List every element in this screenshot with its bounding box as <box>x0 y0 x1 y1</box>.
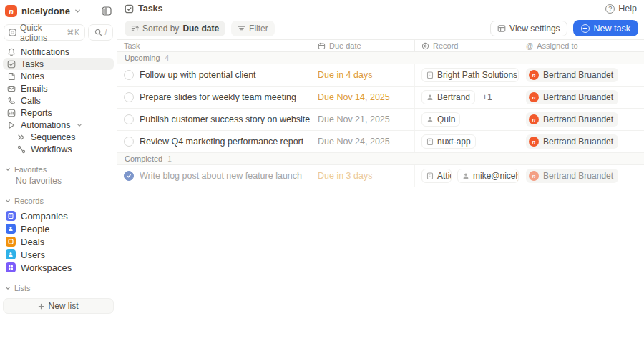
task-title[interactable]: Write blog post about new feature launch <box>140 171 302 181</box>
lists-section-header[interactable]: Lists <box>3 283 114 293</box>
help-button[interactable]: ? Help <box>605 4 637 14</box>
task-checkbox[interactable] <box>124 70 134 80</box>
favorites-section-header[interactable]: Favorites <box>3 164 114 174</box>
task-title[interactable]: Review Q4 marketing performance report <box>140 137 303 147</box>
task-checkbox-checked[interactable] <box>124 171 134 181</box>
table-header: Task Due date Record @ Assigned to <box>117 39 644 52</box>
new-task-label: New task <box>594 24 630 34</box>
filter-icon <box>238 24 245 32</box>
task-title[interactable]: Publish customer success story on websit… <box>140 114 310 124</box>
record-chip[interactable]: Quin <box>421 112 460 127</box>
quick-actions-button[interactable]: Quick actions ⌘K <box>4 24 85 41</box>
command-palette-icon <box>9 29 16 36</box>
sidebar-item-companies[interactable]: Companies <box>3 209 114 222</box>
record-chip[interactable]: mike@nicelydo... <box>457 169 519 183</box>
new-task-button[interactable]: New task <box>573 20 638 36</box>
due-date[interactable]: Due Nov 21, 2025 <box>318 114 390 124</box>
sidebar-item-automations[interactable]: Automations <box>3 119 114 131</box>
assignee-name: Bertrand Bruandet <box>543 171 613 181</box>
records-section-header[interactable]: Records <box>3 196 114 206</box>
task-title[interactable]: Follow up with potential client <box>140 70 256 80</box>
sidebar-item-label: Deals <box>21 237 44 247</box>
search-icon <box>94 29 102 36</box>
due-date[interactable]: Due Nov 24, 2025 <box>318 137 390 147</box>
sidebar-item-workspaces[interactable]: Workspaces <box>3 261 114 274</box>
workspaces-icon <box>6 262 16 272</box>
table-row[interactable]: Follow up with potential client Due in 4… <box>117 64 644 86</box>
help-icon: ? <box>605 4 615 14</box>
record-name: nuxt-app <box>437 137 471 147</box>
table-row[interactable]: Publish customer success story on websit… <box>117 109 644 131</box>
column-header-record[interactable]: Record <box>414 40 519 51</box>
calendar-icon <box>318 42 326 50</box>
record-chip[interactable]: Bright Path Solutions <box>421 68 519 82</box>
record-chip[interactable]: Attio <box>421 169 452 183</box>
task-checkbox[interactable] <box>124 137 134 147</box>
group-count: 4 <box>165 54 170 62</box>
users-icon <box>6 249 16 260</box>
sidebar-item-people[interactable]: People <box>3 222 114 235</box>
record-chip[interactable]: nuxt-app <box>421 134 476 149</box>
sidebar-item-emails[interactable]: Emails <box>3 82 114 94</box>
assignee-chip[interactable]: nBertrand Bruandet <box>526 169 618 183</box>
assignee-chip[interactable]: nBertrand Bruandet <box>526 90 618 104</box>
sidebar-item-label: Notifications <box>21 47 69 57</box>
company-icon <box>426 71 434 79</box>
companies-icon <box>6 211 16 221</box>
group-label: Completed <box>125 154 162 163</box>
filter-button[interactable]: Filter <box>231 21 275 36</box>
sidebar-item-workflows[interactable]: Workflows <box>3 143 114 155</box>
workspace-switcher[interactable]: n nicelydone <box>3 2 114 20</box>
group-header-completed[interactable]: Completed 1 <box>117 153 644 165</box>
due-date[interactable]: Due Nov 14, 2025 <box>318 92 390 102</box>
sidebar-item-sequences[interactable]: Sequences <box>3 131 114 143</box>
sidebar-nav: Notifications Tasks Notes Emails Calls R… <box>3 46 114 155</box>
main-content: Tasks ? Help Sorted by Due date Filter V… <box>117 0 644 346</box>
quick-actions-shortcut: ⌘K <box>67 29 80 36</box>
company-icon <box>426 172 434 179</box>
column-header-due-date[interactable]: Due date <box>311 40 414 51</box>
record-icon <box>421 42 429 50</box>
view-settings-icon <box>497 24 506 33</box>
assignee-chip[interactable]: nBertrand Bruandet <box>526 112 618 127</box>
sidebar-item-notifications[interactable]: Notifications <box>3 46 114 58</box>
sidebar-item-users[interactable]: Users <box>3 248 114 261</box>
chevron-down-icon <box>77 122 82 128</box>
sort-button[interactable]: Sorted by Due date <box>125 21 225 36</box>
group-header-upcoming[interactable]: Upcoming 4 <box>117 52 644 64</box>
record-more-count[interactable]: +1 <box>482 92 492 102</box>
table-row[interactable]: Write blog post about new feature launch… <box>117 165 644 187</box>
search-button[interactable]: / <box>88 24 113 41</box>
sidebar-item-calls[interactable]: Calls <box>3 94 114 107</box>
sidebar-collapse-icon[interactable] <box>102 6 112 16</box>
task-checkbox[interactable] <box>124 114 134 124</box>
task-checkbox[interactable] <box>124 92 134 102</box>
email-icon <box>6 84 16 93</box>
person-icon <box>426 94 434 101</box>
record-name: mike@nicelydo... <box>473 171 519 181</box>
chevron-down-icon <box>74 8 81 14</box>
sidebar-item-notes[interactable]: Notes <box>3 70 114 82</box>
sidebar-item-reports[interactable]: Reports <box>3 107 114 119</box>
column-label: Assigned to <box>537 41 577 50</box>
quick-actions-label: Quick actions <box>20 23 63 43</box>
task-title[interactable]: Prepare slides for weekly team meeting <box>140 92 296 102</box>
view-toolbar: Sorted by Due date Filter View settings … <box>117 17 644 39</box>
assignee-chip[interactable]: nBertrand Bruandet <box>526 134 618 149</box>
assignee-chip[interactable]: nBertrand Bruandet <box>526 68 618 82</box>
due-date[interactable]: Due in 4 days <box>318 70 372 80</box>
table-row[interactable]: Review Q4 marketing performance report D… <box>117 131 644 153</box>
assignee-name: Bertrand Bruandet <box>543 114 613 124</box>
sidebar-item-tasks[interactable]: Tasks <box>3 58 114 70</box>
column-header-assigned-to[interactable]: @ Assigned to <box>519 40 644 51</box>
column-header-task[interactable]: Task <box>117 40 311 51</box>
table-row[interactable]: Prepare slides for weekly team meeting D… <box>117 86 644 109</box>
column-label: Due date <box>329 41 361 50</box>
new-list-button[interactable]: New list <box>3 298 114 314</box>
view-settings-button[interactable]: View settings <box>490 21 567 36</box>
plus-icon <box>38 303 44 310</box>
record-chip[interactable]: Bertrand <box>421 90 475 104</box>
due-date[interactable]: Due in 3 days <box>318 171 372 181</box>
chevron-down-icon <box>5 198 11 204</box>
sidebar-item-deals[interactable]: Deals <box>3 235 114 248</box>
